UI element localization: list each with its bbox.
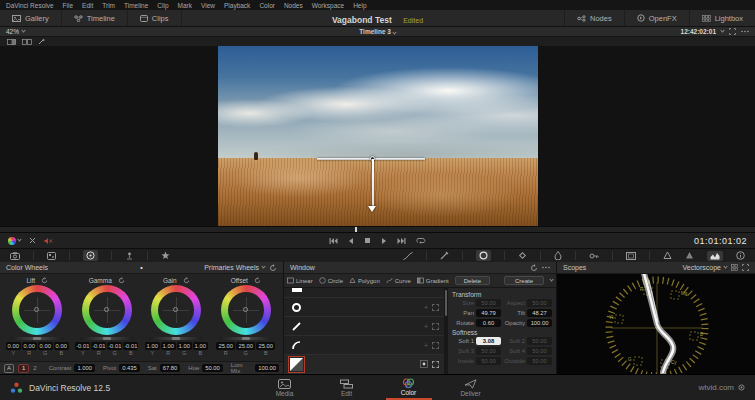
soft1-value[interactable]: 3.08 — [476, 337, 501, 345]
menu-item-mark[interactable]: Mark — [178, 2, 192, 9]
stereo-3d-icon[interactable] — [663, 251, 672, 260]
offset-b-value[interactable]: 25.00 — [256, 342, 275, 350]
key-icon[interactable] — [589, 252, 599, 260]
create-button[interactable]: Create — [504, 276, 544, 285]
outside-value[interactable]: 50.00 — [527, 357, 552, 365]
play-icon[interactable] — [381, 237, 387, 245]
soft2-value[interactable]: 50.00 — [527, 337, 552, 345]
tab-color[interactable]: Color — [386, 375, 432, 400]
sat-value[interactable]: 67.80 — [160, 364, 181, 372]
curve-shape-button[interactable]: Curve — [386, 277, 411, 284]
timeline-select[interactable]: Timeline 3 — [0, 28, 755, 35]
offset-wheel[interactable] — [221, 285, 271, 335]
expand-icon[interactable] — [742, 264, 749, 271]
stop-icon[interactable] — [364, 237, 371, 244]
contrast-value[interactable]: 1.000 — [74, 364, 95, 372]
lift-b-value[interactable]: 0.00 — [54, 342, 69, 350]
menu-item-timeline[interactable]: Timeline — [124, 2, 148, 9]
pivot-value[interactable]: 0.435 — [119, 364, 140, 372]
add-icon[interactable]: + — [424, 304, 428, 311]
enhance-wand-icon[interactable] — [38, 38, 46, 45]
nodes-button[interactable]: Nodes — [564, 10, 624, 26]
polygon-shape-button[interactable]: Polygon — [349, 277, 380, 284]
window-list-scrollbar[interactable] — [444, 288, 448, 374]
reset-icon[interactable] — [530, 264, 538, 272]
add-icon[interactable]: + — [424, 323, 428, 330]
add-icon[interactable]: + — [424, 342, 428, 349]
lightbox-button[interactable]: Lightbox — [689, 10, 755, 26]
gamma-b-value[interactable]: -0.01 — [123, 342, 138, 350]
offset-g-value[interactable]: 25.00 — [236, 342, 255, 350]
reset-icon[interactable] — [183, 277, 190, 284]
tab-edit[interactable]: Edit — [324, 375, 370, 400]
menu-item-playback[interactable]: Playback — [224, 2, 250, 9]
gamma-y-value[interactable]: -0.01 — [75, 342, 90, 350]
circle-shape-button[interactable]: Circle — [319, 277, 343, 284]
step-back-icon[interactable] — [348, 237, 354, 245]
timeline-button[interactable]: Timeline — [62, 10, 128, 26]
reset-icon[interactable] — [41, 277, 48, 284]
scopes-toggle[interactable] — [707, 251, 723, 261]
gallery-button[interactable]: Gallery — [0, 10, 62, 26]
gain-wheel[interactable] — [151, 285, 201, 335]
openfx-button[interactable]: OpenFX — [624, 10, 689, 26]
color-wheels-tool[interactable] — [83, 250, 98, 261]
viewer-image[interactable] — [218, 46, 538, 226]
tab-media[interactable]: Media — [262, 375, 308, 400]
menu-item-view[interactable]: View — [201, 2, 215, 9]
auto-badge[interactable]: A — [4, 364, 14, 373]
tracker-box-icon[interactable] — [432, 304, 439, 311]
tracker-box-icon[interactable] — [432, 342, 439, 349]
power-window-tool[interactable] — [476, 250, 491, 261]
scope-mode-select[interactable]: Vectorscope — [682, 264, 727, 271]
lum-mix-value[interactable]: 100.00 — [255, 364, 279, 372]
wipe-compare-icon[interactable] — [7, 39, 16, 45]
shape-row-circle[interactable]: + — [284, 298, 444, 317]
lift-y-value[interactable]: 0.00 — [6, 342, 21, 350]
menu-item-app[interactable]: DaVinci Resolve — [6, 2, 54, 9]
loop-icon[interactable] — [416, 237, 426, 244]
grid-layout-icon[interactable] — [731, 264, 738, 271]
tracker-box-icon[interactable] — [432, 361, 439, 368]
lift-r-value[interactable]: 0.00 — [22, 342, 37, 350]
tracker-icon[interactable] — [518, 251, 527, 260]
motion-effects-icon[interactable] — [161, 251, 170, 260]
gain-y-value[interactable]: 1.00 — [145, 342, 160, 350]
split-view-icon[interactable] — [22, 39, 32, 45]
shape-row-gradient-selected[interactable] — [284, 355, 444, 374]
rgb-mixer-icon[interactable] — [125, 252, 134, 260]
menu-item-file[interactable]: File — [63, 2, 73, 9]
gain-r-value[interactable]: 1.00 — [161, 342, 176, 350]
lift-master-wheel[interactable] — [10, 337, 64, 340]
reset-icon[interactable] — [254, 277, 261, 284]
menu-item-clip[interactable]: Clip — [157, 2, 168, 9]
soft3-value[interactable]: 50.00 — [476, 347, 501, 355]
tracker-box-icon[interactable] — [432, 323, 439, 330]
gain-master-wheel[interactable] — [149, 337, 203, 340]
gain-b-value[interactable]: 1.00 — [193, 342, 208, 350]
reset-icon[interactable] — [118, 277, 125, 284]
gain-g-value[interactable]: 1.00 — [177, 342, 192, 350]
menu-item-help[interactable]: Help — [353, 2, 366, 9]
shape-row-curve[interactable]: + — [284, 336, 444, 355]
clips-button[interactable]: Clips — [128, 10, 182, 26]
lift-g-value[interactable]: 0.00 — [38, 342, 53, 350]
opacity-value[interactable]: 100.00 — [527, 319, 552, 327]
delete-button[interactable]: Delete — [455, 276, 490, 285]
qualifier-icon[interactable] — [440, 251, 449, 260]
sizing-icon[interactable] — [626, 252, 636, 260]
inside-value[interactable]: 50.00 — [476, 357, 501, 365]
active-dot-icon[interactable] — [420, 360, 428, 368]
hue-value[interactable]: 50.00 — [202, 364, 223, 372]
go-to-start-icon[interactable] — [329, 237, 338, 245]
go-to-end-icon[interactable] — [397, 237, 406, 245]
page-1-badge[interactable]: 1 — [18, 364, 29, 373]
gamma-wheel[interactable] — [82, 285, 132, 335]
curves-icon[interactable] — [403, 252, 413, 260]
menu-item-workspace[interactable]: Workspace — [312, 2, 344, 9]
menu-item-trim[interactable]: Trim — [102, 2, 115, 9]
gamma-master-wheel[interactable] — [80, 337, 134, 340]
gamma-g-value[interactable]: -0.01 — [107, 342, 122, 350]
offset-master-wheel[interactable] — [219, 337, 273, 340]
shape-row-pencil[interactable]: + — [284, 317, 444, 336]
